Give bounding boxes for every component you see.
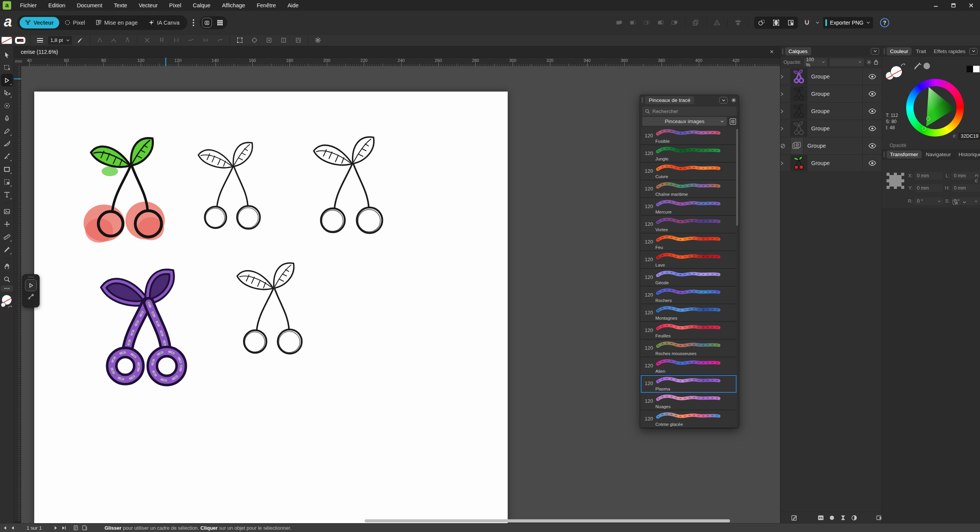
layer-visibility-eye-icon[interactable]	[862, 103, 882, 120]
reverse-curve-icon[interactable]	[200, 35, 210, 45]
warp-group-icon[interactable]	[712, 18, 722, 28]
fill-swatch[interactable]	[2, 37, 12, 44]
layer-visibility-eye-icon[interactable]	[862, 155, 882, 172]
clip-icon[interactable]	[840, 513, 846, 523]
layer-row[interactable]: Groupe	[780, 85, 882, 103]
cherry-artwork-sketch-1[interactable]	[191, 134, 270, 249]
selection-tool[interactable]	[1, 74, 13, 87]
lock-children-icon[interactable]	[293, 35, 303, 45]
tab-couleur[interactable]: Couleur	[887, 47, 912, 55]
layer-opacity-select[interactable]: 100 %	[804, 58, 828, 66]
tab-trait[interactable]: Trait	[912, 47, 930, 55]
close-button[interactable]	[962, 0, 980, 11]
menu-fichier[interactable]: Fichier	[14, 0, 43, 11]
persona-vecteur[interactable]: Vecteur	[20, 17, 59, 28]
selection-tool-button[interactable]	[25, 279, 37, 291]
gear-icon[interactable]	[313, 35, 323, 45]
color-picker-tool[interactable]	[1, 243, 13, 256]
layer-visibility-eye-icon[interactable]	[862, 85, 882, 103]
horizontal-ruler[interactable]: mm 4060801001201401601802002202402602803…	[14, 58, 780, 66]
tab-effets-rapides[interactable]: Effets rapides	[930, 47, 969, 55]
layer-settings-gear-icon[interactable]	[866, 59, 872, 65]
edit-text-box-icon[interactable]	[278, 35, 288, 45]
bw-swatch[interactable]	[967, 66, 980, 72]
layer-expand-icon[interactable]	[780, 75, 790, 79]
swap-colors-icon[interactable]	[900, 63, 906, 67]
field-input[interactable]: 0 °	[915, 197, 943, 205]
layer-visibility-eye-icon[interactable]	[862, 120, 882, 137]
stroke-swatch[interactable]	[15, 37, 25, 44]
stroke-color-circle[interactable]	[1, 302, 6, 307]
boolean-op-1-icon[interactable]	[614, 18, 624, 28]
boolean-op-4-icon[interactable]	[656, 18, 666, 28]
edit-selection-icon[interactable]	[757, 18, 767, 28]
brush-category-select[interactable]: Pinceaux images	[642, 117, 727, 126]
panel-collapse-icon[interactable]	[719, 97, 728, 103]
blend-mode-select[interactable]	[830, 58, 864, 66]
layer-row[interactable]: Groupe	[780, 137, 882, 155]
brush-item-cr-me-glac-e[interactable]: 120Crème glacée	[641, 410, 737, 428]
point-transform-tool[interactable]	[1, 218, 13, 230]
brush-stroke-icon[interactable]	[75, 35, 85, 45]
transform-objects-icon[interactable]	[771, 18, 781, 28]
brush-item-rochers[interactable]: 120Rochers	[641, 287, 737, 304]
minimize-button[interactable]	[927, 0, 945, 11]
adjustment-icon[interactable]	[851, 513, 857, 523]
menu-vecteur[interactable]: Vecteur	[133, 0, 163, 11]
brush-item-cuivre[interactable]: 120Cuivre	[641, 163, 737, 180]
menu-texte[interactable]: Texte	[108, 0, 133, 11]
layer-row[interactable]: Groupe	[780, 103, 882, 120]
boolean-op-2-icon[interactable]	[628, 18, 638, 28]
layer-expand-icon[interactable]	[780, 161, 790, 165]
snapping-magnet-icon[interactable]	[802, 18, 812, 28]
maximize-button[interactable]	[945, 0, 962, 11]
cycle-selection-icon[interactable]	[264, 35, 274, 45]
transform-options[interactable]	[952, 199, 966, 205]
popup-grab-handle[interactable]	[28, 276, 35, 278]
horizontal-scrollbar[interactable]	[365, 519, 730, 522]
triangle-marker[interactable]	[926, 117, 930, 121]
node-tool-button[interactable]	[28, 294, 34, 300]
hex-value-field[interactable]: 32DC19	[958, 133, 980, 140]
panel-grip[interactable]	[883, 152, 885, 157]
cherry-artwork-sketch-3[interactable]	[230, 254, 312, 375]
panel-collapse-icon[interactable]	[871, 48, 879, 55]
select-same-icon[interactable]	[786, 18, 796, 28]
panel-grip[interactable]	[782, 48, 783, 54]
brush-list-menu-icon[interactable]	[729, 118, 737, 125]
vertical-ruler[interactable]	[14, 66, 21, 520]
show-selection-box-icon[interactable]	[235, 35, 245, 45]
smart-node-icon[interactable]	[122, 35, 132, 45]
brush-item-plasma[interactable]: 120Plasma	[641, 375, 737, 393]
tab-navigateur[interactable]: Navigateur	[922, 150, 954, 158]
active-colors-well[interactable]	[2, 295, 12, 309]
toolbar-overflow-icon[interactable]	[193, 19, 194, 26]
tab-historique[interactable]: Historique	[955, 150, 980, 158]
layer-expand-icon[interactable]	[780, 127, 790, 131]
menu-fentre[interactable]: Fenêtre	[251, 0, 282, 11]
layer-row[interactable]: Groupe	[780, 120, 882, 137]
menu-aide[interactable]: Aide	[282, 0, 304, 11]
join-curves-icon[interactable]	[171, 35, 181, 45]
menu-calque[interactable]: Calque	[187, 0, 216, 11]
brush-item-nuages[interactable]: 120Nuages	[641, 393, 737, 410]
brush-item-feuilles[interactable]: 120Feuilles	[641, 322, 737, 340]
color-wheel[interactable]	[906, 79, 964, 137]
sharp-node-icon[interactable]	[95, 35, 105, 45]
cherry-artwork-sketch-2[interactable]	[306, 132, 393, 252]
grid-apps-icon[interactable]	[215, 18, 225, 28]
stroke-style-icon[interactable]	[35, 35, 45, 45]
boolean-op-5-icon[interactable]	[670, 18, 680, 28]
cherry-artwork-alien[interactable]	[95, 264, 194, 403]
panel-collapse-icon[interactable]	[969, 48, 978, 55]
field-input[interactable]: 0 mm	[952, 184, 980, 192]
stroke-width-select[interactable]: 1,8 pt	[48, 36, 72, 45]
pencil-tool[interactable]	[1, 125, 13, 137]
export-png-button[interactable]: Exporter PNG	[823, 17, 873, 28]
cherry-artwork-colored[interactable]	[81, 133, 175, 256]
node-tool[interactable]	[1, 87, 13, 99]
more-tools[interactable]	[1, 285, 13, 292]
place-image-tool[interactable]	[1, 205, 13, 218]
brush-item-cha-ne-maritime[interactable]: 120Chaîne maritime	[641, 180, 737, 198]
edit-layer-icon[interactable]	[791, 513, 797, 523]
